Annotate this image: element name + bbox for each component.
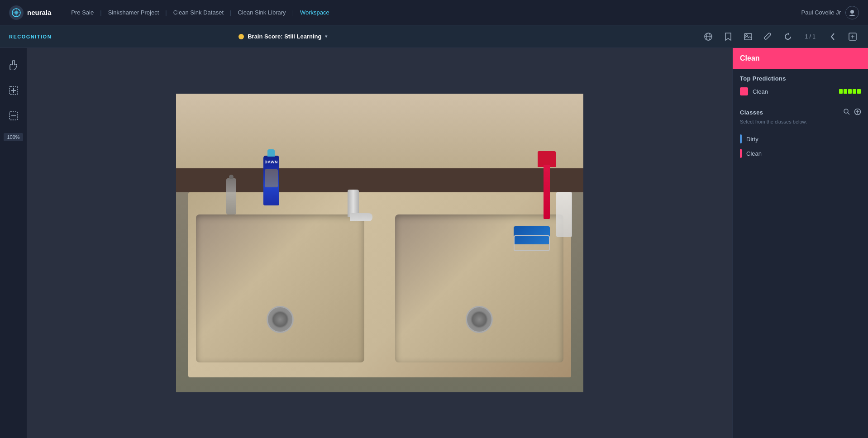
class-label-dirty: Dirty [746, 136, 758, 143]
brush-handle [544, 165, 550, 219]
svg-point-17 [844, 109, 848, 113]
prediction-header: Clean [733, 48, 868, 69]
class-color-clean [740, 149, 742, 158]
soap-dispenser [226, 178, 236, 214]
expand-icon[interactable] [846, 30, 859, 43]
brain-score-dot [238, 34, 244, 39]
zoom-level[interactable]: 100% [4, 133, 23, 141]
refresh-icon[interactable] [782, 30, 794, 43]
hand-tool-icon[interactable] [5, 57, 22, 73]
faucet-base [348, 190, 359, 217]
prediction-row[interactable]: Clean [740, 87, 861, 95]
recognition-label: RECOGNITION [9, 34, 52, 39]
top-predictions-section: Top Predictions Clean [733, 69, 868, 102]
svg-line-18 [848, 113, 849, 114]
brain-score-area[interactable]: Brain Score: Still Learning ▾ [238, 33, 328, 40]
conf-bar-5 [857, 89, 861, 94]
top-predictions-title: Top Predictions [740, 75, 861, 82]
conf-bar-1 [839, 89, 843, 94]
prediction-header-label: Clean [740, 54, 760, 62]
drain-left [267, 306, 294, 333]
bookmark-icon[interactable] [722, 30, 734, 43]
conf-bar-3 [848, 89, 852, 94]
sub-navigation: RECOGNITION Brain Score: Still Learning … [0, 25, 868, 48]
svg-rect-8 [744, 33, 752, 40]
user-area: Paul Covelle Jr [801, 6, 859, 19]
faucet-spout [350, 213, 372, 221]
class-color-dirty [740, 134, 742, 143]
nav-links: Pre Sale | Sinkshamer Project | Clean Si… [65, 0, 801, 25]
classes-actions [844, 109, 861, 116]
red-brush-container [543, 151, 550, 219]
logo-text: neurala [27, 9, 51, 16]
classes-subtitle: Select from the classes below. [740, 119, 861, 124]
conf-bar-2 [844, 89, 847, 94]
nav-link-sinkshamer-project[interactable]: Sinkshamer Project [102, 0, 166, 25]
toolbar-icons: 1 / 1 [702, 30, 859, 43]
classes-section: Classes [733, 102, 868, 438]
nav-link-pre-sale[interactable]: Pre Sale [65, 0, 100, 25]
white-object [556, 192, 572, 237]
dawn-bottle: DAWN [263, 156, 279, 205]
user-avatar[interactable] [845, 6, 859, 19]
classes-title: Classes [740, 109, 763, 116]
sink-image: DAWN [176, 94, 583, 392]
svg-point-4 [850, 10, 854, 14]
page-indicator: 1 / 1 [801, 33, 819, 40]
nav-link-workspace[interactable]: Workspace [294, 0, 336, 25]
remove-region-icon[interactable] [5, 108, 22, 124]
sink-canvas: DAWN [176, 94, 583, 392]
confidence-bars [839, 89, 861, 94]
class-label-clean: Clean [746, 150, 762, 157]
dawn-cap [267, 149, 275, 157]
add-region-icon[interactable] [5, 82, 22, 99]
soap-pump [229, 175, 234, 179]
basin-right [395, 214, 563, 362]
globe-icon[interactable] [702, 30, 715, 43]
brain-score-text: Brain Score: Still Learning [248, 33, 321, 40]
previous-page-icon[interactable] [826, 30, 839, 43]
left-sidebar: 100% [0, 48, 27, 438]
drain-right [466, 306, 493, 333]
main-content: 100% DAWN [0, 48, 868, 438]
nav-link-clean-sink-dataset[interactable]: Clean Sink Dataset [167, 0, 230, 25]
neurala-logo-icon [9, 5, 24, 20]
image-icon[interactable] [742, 30, 754, 43]
prediction-color-swatch [740, 87, 748, 95]
tool-icon[interactable] [762, 30, 774, 43]
logo-area[interactable]: neurala [9, 5, 51, 20]
class-item-dirty[interactable]: Dirty [740, 132, 861, 146]
prediction-name: Clean [753, 88, 835, 95]
conf-bar-4 [853, 89, 856, 94]
counter-dark-stripe [176, 168, 583, 192]
search-classes-icon[interactable] [844, 109, 850, 116]
top-navigation: neurala Pre Sale | Sinkshamer Project | … [0, 0, 868, 25]
dawn-label: DAWN [265, 160, 278, 165]
right-panel: Clean Top Predictions Clean Classes [732, 48, 868, 438]
nav-link-clean-sink-library[interactable]: Clean Sink Library [231, 0, 292, 25]
brain-score-chevron-down-icon: ▾ [325, 33, 328, 39]
username-label: Paul Covelle Jr [801, 9, 841, 16]
sink-body: DAWN [188, 192, 571, 377]
classes-header: Classes [740, 109, 861, 116]
image-area: DAWN [27, 48, 732, 438]
add-class-icon[interactable] [854, 109, 861, 116]
class-item-clean[interactable]: Clean [740, 146, 861, 161]
sponge-holder [514, 226, 550, 251]
basin-left: DAWN [196, 214, 364, 362]
sponge-basket [514, 235, 550, 251]
dawn-label-bg [265, 169, 278, 187]
